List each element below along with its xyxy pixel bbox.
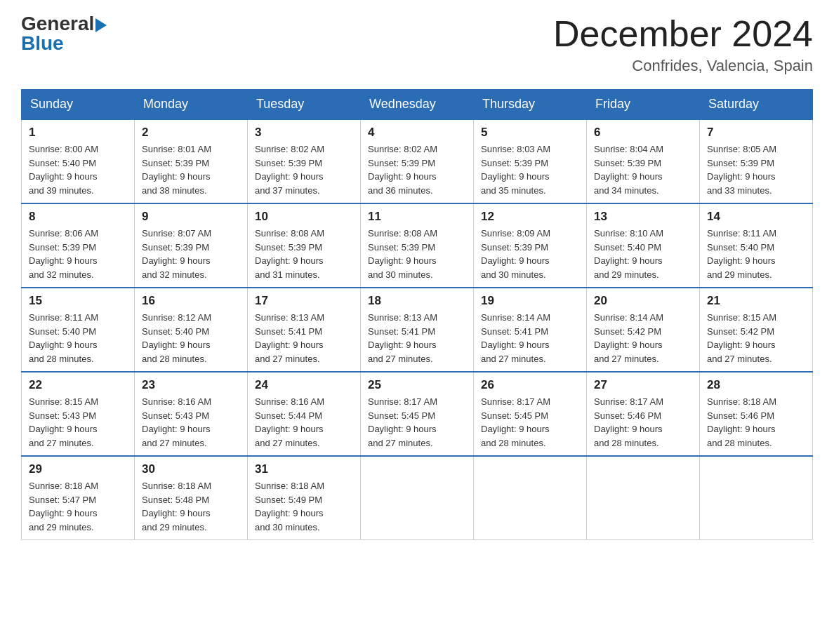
calendar-cell: [700, 456, 813, 540]
calendar-cell: 8 Sunrise: 8:06 AM Sunset: 5:39 PM Dayli…: [22, 203, 135, 288]
day-number: 8: [29, 210, 127, 224]
day-number: 21: [707, 294, 805, 308]
calendar-cell: 16 Sunrise: 8:12 AM Sunset: 5:40 PM Dayl…: [135, 288, 248, 372]
calendar-cell: 28 Sunrise: 8:18 AM Sunset: 5:46 PM Dayl…: [700, 372, 813, 456]
column-header-monday: Monday: [135, 90, 248, 120]
calendar-cell: 21 Sunrise: 8:15 AM Sunset: 5:42 PM Dayl…: [700, 288, 813, 372]
title-section: December 2024 Confrides, Valencia, Spain: [553, 14, 813, 75]
calendar-week-row: 8 Sunrise: 8:06 AM Sunset: 5:39 PM Dayli…: [22, 203, 813, 288]
calendar-cell: 26 Sunrise: 8:17 AM Sunset: 5:45 PM Dayl…: [474, 372, 587, 456]
day-info: Sunrise: 8:07 AM Sunset: 5:39 PM Dayligh…: [142, 227, 240, 281]
calendar-cell: 30 Sunrise: 8:18 AM Sunset: 5:48 PM Dayl…: [135, 456, 248, 540]
calendar-cell: [361, 456, 474, 540]
day-number: 9: [142, 210, 240, 224]
day-number: 23: [142, 378, 240, 392]
day-info: Sunrise: 8:14 AM Sunset: 5:41 PM Dayligh…: [481, 311, 579, 365]
day-info: Sunrise: 8:16 AM Sunset: 5:43 PM Dayligh…: [142, 395, 240, 450]
logo-arrow-icon: [95, 18, 107, 32]
calendar-cell: 4 Sunrise: 8:02 AM Sunset: 5:39 PM Dayli…: [361, 119, 474, 203]
month-title: December 2024: [553, 14, 813, 54]
calendar-cell: 13 Sunrise: 8:10 AM Sunset: 5:40 PM Dayl…: [587, 203, 700, 288]
day-number: 13: [594, 210, 692, 224]
calendar-cell: 7 Sunrise: 8:05 AM Sunset: 5:39 PM Dayli…: [700, 119, 813, 203]
day-number: 12: [481, 210, 579, 224]
day-number: 20: [594, 294, 692, 308]
calendar-cell: [474, 456, 587, 540]
day-number: 30: [142, 462, 240, 476]
day-number: 7: [707, 126, 805, 140]
calendar-cell: 10 Sunrise: 8:08 AM Sunset: 5:39 PM Dayl…: [248, 203, 361, 288]
column-header-saturday: Saturday: [700, 90, 813, 120]
day-number: 3: [255, 126, 353, 140]
calendar-cell: 6 Sunrise: 8:04 AM Sunset: 5:39 PM Dayli…: [587, 119, 700, 203]
day-number: 1: [29, 126, 127, 140]
calendar-cell: 11 Sunrise: 8:08 AM Sunset: 5:39 PM Dayl…: [361, 203, 474, 288]
day-info: Sunrise: 8:02 AM Sunset: 5:39 PM Dayligh…: [255, 142, 353, 197]
column-header-wednesday: Wednesday: [361, 90, 474, 120]
column-header-friday: Friday: [587, 90, 700, 120]
calendar-cell: 5 Sunrise: 8:03 AM Sunset: 5:39 PM Dayli…: [474, 119, 587, 203]
calendar-cell: 31 Sunrise: 8:18 AM Sunset: 5:49 PM Dayl…: [248, 456, 361, 540]
logo: General Blue: [21, 14, 107, 53]
day-info: Sunrise: 8:16 AM Sunset: 5:44 PM Dayligh…: [255, 395, 353, 450]
day-info: Sunrise: 8:18 AM Sunset: 5:47 PM Dayligh…: [29, 479, 127, 534]
calendar-cell: 18 Sunrise: 8:13 AM Sunset: 5:41 PM Dayl…: [361, 288, 474, 372]
day-number: 19: [481, 294, 579, 308]
calendar-cell: 14 Sunrise: 8:11 AM Sunset: 5:40 PM Dayl…: [700, 203, 813, 288]
day-number: 28: [707, 378, 805, 392]
calendar-week-row: 22 Sunrise: 8:15 AM Sunset: 5:43 PM Dayl…: [22, 372, 813, 456]
calendar-cell: 29 Sunrise: 8:18 AM Sunset: 5:47 PM Dayl…: [22, 456, 135, 540]
day-info: Sunrise: 8:08 AM Sunset: 5:39 PM Dayligh…: [255, 227, 353, 281]
day-number: 15: [29, 294, 127, 308]
day-number: 17: [255, 294, 353, 308]
page-header: General Blue December 2024 Confrides, Va…: [21, 14, 813, 75]
day-info: Sunrise: 8:15 AM Sunset: 5:42 PM Dayligh…: [707, 311, 805, 365]
day-info: Sunrise: 8:18 AM Sunset: 5:46 PM Dayligh…: [707, 395, 805, 450]
logo-blue-text: Blue: [21, 34, 64, 53]
day-info: Sunrise: 8:05 AM Sunset: 5:39 PM Dayligh…: [707, 142, 805, 197]
day-info: Sunrise: 8:02 AM Sunset: 5:39 PM Dayligh…: [368, 142, 466, 197]
column-header-sunday: Sunday: [22, 90, 135, 120]
day-info: Sunrise: 8:13 AM Sunset: 5:41 PM Dayligh…: [255, 311, 353, 365]
day-number: 10: [255, 210, 353, 224]
day-number: 14: [707, 210, 805, 224]
calendar-cell: 17 Sunrise: 8:13 AM Sunset: 5:41 PM Dayl…: [248, 288, 361, 372]
day-info: Sunrise: 8:11 AM Sunset: 5:40 PM Dayligh…: [707, 227, 805, 281]
day-number: 6: [594, 126, 692, 140]
calendar-cell: [587, 456, 700, 540]
day-number: 4: [368, 126, 466, 140]
day-info: Sunrise: 8:13 AM Sunset: 5:41 PM Dayligh…: [368, 311, 466, 365]
calendar-week-row: 29 Sunrise: 8:18 AM Sunset: 5:47 PM Dayl…: [22, 456, 813, 540]
day-number: 16: [142, 294, 240, 308]
calendar-week-row: 15 Sunrise: 8:11 AM Sunset: 5:40 PM Dayl…: [22, 288, 813, 372]
calendar-header-row: SundayMondayTuesdayWednesdayThursdayFrid…: [22, 90, 813, 120]
calendar-cell: 22 Sunrise: 8:15 AM Sunset: 5:43 PM Dayl…: [22, 372, 135, 456]
day-info: Sunrise: 8:12 AM Sunset: 5:40 PM Dayligh…: [142, 311, 240, 365]
calendar-cell: 27 Sunrise: 8:17 AM Sunset: 5:46 PM Dayl…: [587, 372, 700, 456]
day-info: Sunrise: 8:03 AM Sunset: 5:39 PM Dayligh…: [481, 142, 579, 197]
day-number: 24: [255, 378, 353, 392]
day-number: 22: [29, 378, 127, 392]
day-info: Sunrise: 8:18 AM Sunset: 5:49 PM Dayligh…: [255, 479, 353, 534]
day-number: 11: [368, 210, 466, 224]
day-info: Sunrise: 8:00 AM Sunset: 5:40 PM Dayligh…: [29, 142, 127, 197]
day-info: Sunrise: 8:15 AM Sunset: 5:43 PM Dayligh…: [29, 395, 127, 450]
day-number: 25: [368, 378, 466, 392]
day-info: Sunrise: 8:11 AM Sunset: 5:40 PM Dayligh…: [29, 311, 127, 365]
day-info: Sunrise: 8:14 AM Sunset: 5:42 PM Dayligh…: [594, 311, 692, 365]
day-number: 2: [142, 126, 240, 140]
column-header-thursday: Thursday: [474, 90, 587, 120]
day-number: 26: [481, 378, 579, 392]
day-info: Sunrise: 8:04 AM Sunset: 5:39 PM Dayligh…: [594, 142, 692, 197]
calendar-cell: 3 Sunrise: 8:02 AM Sunset: 5:39 PM Dayli…: [248, 119, 361, 203]
column-header-tuesday: Tuesday: [248, 90, 361, 120]
calendar-cell: 2 Sunrise: 8:01 AM Sunset: 5:39 PM Dayli…: [135, 119, 248, 203]
calendar-cell: 12 Sunrise: 8:09 AM Sunset: 5:39 PM Dayl…: [474, 203, 587, 288]
calendar-cell: 24 Sunrise: 8:16 AM Sunset: 5:44 PM Dayl…: [248, 372, 361, 456]
day-info: Sunrise: 8:17 AM Sunset: 5:45 PM Dayligh…: [481, 395, 579, 450]
calendar-cell: 9 Sunrise: 8:07 AM Sunset: 5:39 PM Dayli…: [135, 203, 248, 288]
day-info: Sunrise: 8:01 AM Sunset: 5:39 PM Dayligh…: [142, 142, 240, 197]
day-number: 5: [481, 126, 579, 140]
day-info: Sunrise: 8:09 AM Sunset: 5:39 PM Dayligh…: [481, 227, 579, 281]
day-number: 18: [368, 294, 466, 308]
